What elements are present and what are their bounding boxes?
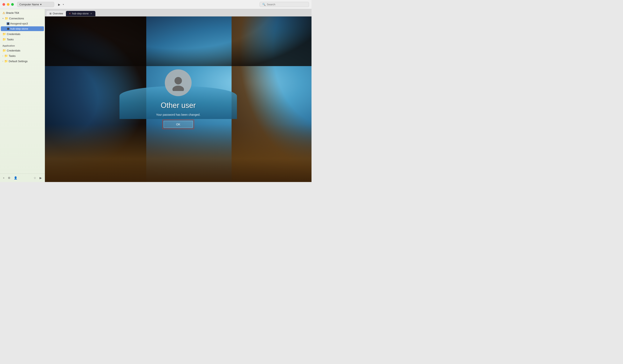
- titlebar: Computer Name ▾ ▶ ▾ 🔍: [0, 0, 312, 9]
- application-section-header: Application: [0, 42, 45, 48]
- maximize-window-button[interactable]: [11, 3, 14, 6]
- app-name-label: Oracle TSX: [6, 12, 19, 14]
- window-controls: [2, 3, 14, 6]
- tab-overview[interactable]: ⊞ Overview: [46, 11, 66, 16]
- default-settings-label: Default Settings: [9, 60, 28, 63]
- close-window-button[interactable]: [2, 3, 5, 6]
- computer-name-label: Computer Name: [19, 3, 39, 6]
- svg-point-0: [175, 77, 182, 85]
- credentials-top-label: Credentials: [7, 33, 20, 36]
- play-icon: ▶: [58, 3, 60, 6]
- ok-button[interactable]: OK: [164, 121, 193, 128]
- connection-tab-icon: ✕: [69, 12, 71, 15]
- tab-hub-step-stone[interactable]: ✕ hub-step-stone ✕: [66, 11, 95, 16]
- search-input[interactable]: [267, 3, 304, 6]
- app-name-header: ⚠ Oracle TSX: [1, 9, 44, 15]
- star-button[interactable]: ☆: [32, 175, 38, 180]
- sidebar-item-credentials-top[interactable]: 📁 Credentials: [1, 31, 44, 36]
- folder-icon: 📁: [5, 17, 8, 20]
- eject-icon: ⏏: [40, 27, 42, 30]
- sidebar: ⚠ Oracle TSX ▾ 📁 Connections ⬛ ihoogend-…: [0, 9, 45, 182]
- search-bar[interactable]: 🔍: [260, 2, 309, 7]
- sidebar-item-hub-step-stone[interactable]: ⬛ hub-step-stone ⏏: [1, 26, 44, 31]
- ok-button-wrapper: OK: [162, 120, 194, 129]
- password-changed-message: Your password has been changed.: [156, 113, 200, 116]
- sidebar-item-ihoogend-vps3[interactable]: ⬛ ihoogend-vps3: [1, 21, 44, 26]
- content-area: ⊞ Overview ✕ hub-step-stone ✕: [45, 9, 312, 182]
- folder-icon-tasks-app: 📁: [4, 54, 8, 57]
- remote-desktop-view: Other user Your password has been change…: [45, 17, 312, 182]
- play-button[interactable]: ▶: [56, 2, 62, 7]
- sidebar-item-connections[interactable]: ▾ 📁 Connections: [1, 16, 44, 21]
- tab-bar: ⊞ Overview ✕ hub-step-stone ✕: [45, 9, 312, 17]
- user-avatar: [165, 69, 192, 96]
- chevron-down-icon: ▾: [40, 3, 42, 6]
- user-name-label: Other user: [161, 101, 196, 110]
- folder-icon-tasks: 📁: [2, 38, 6, 41]
- login-content: Other user Your password has been change…: [45, 17, 312, 182]
- sidebar-item-tasks-app[interactable]: › 📁 Tasks: [1, 53, 44, 58]
- chevron-down-icon: ▾: [2, 17, 3, 20]
- titlebar-controls: ▶ ▾: [56, 2, 64, 7]
- folder-icon-credentials: 📁: [2, 32, 6, 36]
- tasks-top-label: Tasks: [7, 38, 14, 41]
- chevron-right-icon: ›: [2, 55, 3, 57]
- tab-close-button[interactable]: ✕: [90, 12, 92, 15]
- connection-icon-active: ⬛: [7, 27, 9, 30]
- user-menu-button[interactable]: 👤: [13, 175, 19, 180]
- search-icon: 🔍: [262, 3, 266, 6]
- main-layout: ⚠ Oracle TSX ▾ 📁 Connections ⬛ ihoogend-…: [0, 9, 312, 182]
- add-button[interactable]: +: [2, 175, 6, 180]
- chevron-right-icon-2: ›: [2, 60, 3, 62]
- sidebar-footer: + ⚙ 👤 ☆ ▶: [0, 173, 45, 182]
- overview-tab-label: Overview: [53, 12, 63, 15]
- gear-button[interactable]: ⚙: [7, 175, 12, 180]
- tasks-app-label: Tasks: [9, 54, 15, 57]
- connection-label: ihoogend-vps3: [10, 22, 28, 25]
- computer-name-selector[interactable]: Computer Name ▾: [17, 2, 54, 7]
- credentials-app-label: Credentials: [7, 49, 20, 52]
- sidebar-item-default-settings[interactable]: › 📁 Default Settings: [1, 59, 44, 64]
- sidebar-item-tasks-top[interactable]: 📁 Tasks: [1, 37, 44, 42]
- grid-icon: ⊞: [49, 12, 51, 15]
- hub-step-stone-tab-label: hub-step-stone: [72, 12, 89, 15]
- warning-icon: ⚠: [2, 11, 5, 15]
- svg-point-1: [173, 86, 184, 91]
- connections-label: Connections: [9, 17, 24, 20]
- play-chevron-icon: ▾: [63, 3, 64, 5]
- connection-icon: ⬛: [7, 22, 9, 25]
- folder-icon-credentials-app: 📁: [2, 49, 6, 52]
- minimize-window-button[interactable]: [7, 3, 9, 6]
- user-avatar-icon: [170, 75, 186, 91]
- hub-step-stone-label: hub-step-stone: [10, 27, 28, 30]
- sidebar-item-credentials-app[interactable]: 📁 Credentials: [1, 48, 44, 53]
- folder-icon-default-settings: 📁: [4, 60, 8, 63]
- play-footer-button[interactable]: ▶: [38, 175, 43, 180]
